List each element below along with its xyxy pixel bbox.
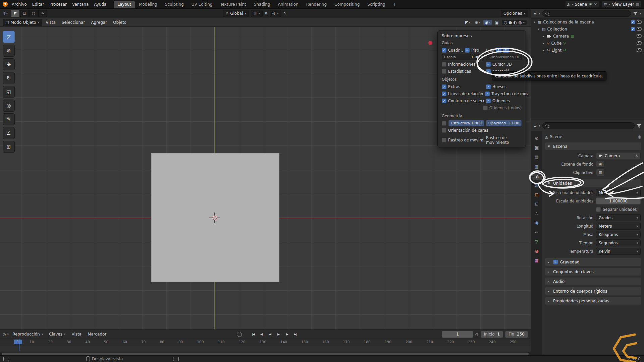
- scale-tool[interactable]: ◱: [3, 86, 15, 98]
- constraints-icon[interactable]: ∾: [531, 228, 542, 236]
- move-tool[interactable]: ↔↕: [3, 58, 15, 70]
- tab-sculpting[interactable]: Sculpting: [161, 1, 187, 8]
- origins-all-checkbox[interactable]: Orígenes (todos): [483, 106, 522, 110]
- extras-checkbox[interactable]: Extras: [442, 84, 460, 89]
- viewport-canvas[interactable]: ◸ ⊕ ↔↕ ↻ ◱ ◎ ✎ ∠ ⊞ Sobreimpresos Guías C…: [0, 27, 531, 329]
- menu-vista[interactable]: Vista: [43, 19, 58, 25]
- menu-reproduccion[interactable]: Reproducción▾: [10, 331, 45, 337]
- tab-compositing[interactable]: Compositing: [331, 1, 363, 8]
- play-button[interactable]: ▶: [275, 331, 282, 337]
- text-info-checkbox[interactable]: Informaciones: [442, 62, 475, 67]
- bones-checkbox[interactable]: Huesos: [486, 84, 506, 89]
- tool-icon[interactable]: ⊛: [531, 134, 542, 142]
- opacity-slider[interactable]: Opacidad 1.000: [486, 120, 522, 126]
- eye-icon[interactable]: [637, 48, 642, 52]
- selection-outline-checkbox[interactable]: Contorno de selecc...: [442, 99, 489, 103]
- axis-z-toggle[interactable]: Z: [511, 48, 516, 53]
- play-reverse-button[interactable]: ◀: [266, 331, 274, 337]
- snap-target-dropdown[interactable]: ⊞ ▾: [251, 10, 263, 17]
- tab-uv-editing[interactable]: UV Editing: [188, 1, 216, 8]
- search-input[interactable]: [551, 123, 632, 128]
- background-scene-button[interactable]: ▣: [596, 161, 605, 168]
- editor-type-icon[interactable]: ◫: [3, 11, 6, 15]
- motion-paths-checkbox[interactable]: Trayectoria de mov...: [485, 92, 531, 96]
- temperature-unit-dropdown[interactable]: Kelvin▾: [596, 248, 641, 255]
- select-box-button[interactable]: ◻: [20, 10, 29, 17]
- gizmos-dropdown[interactable]: ⊕▾: [474, 20, 482, 25]
- frame-start-field[interactable]: Inicio 1: [481, 331, 503, 338]
- proportional-editing-dropdown[interactable]: ◎ ▾: [270, 10, 281, 17]
- panel-audio[interactable]: ▸ Audio: [545, 278, 641, 285]
- material-icon[interactable]: ◕: [531, 246, 542, 255]
- active-clip-button[interactable]: ▥: [596, 169, 605, 176]
- view-layer-selector[interactable]: ▤ ▾ View Layer ▥: [602, 1, 641, 8]
- prev-keyframe-button[interactable]: ◀|: [258, 331, 265, 337]
- menu-editar[interactable]: Editar: [30, 1, 47, 7]
- menu-marcador[interactable]: Marcador: [85, 331, 109, 337]
- add-cube-tool[interactable]: ⊞: [3, 141, 15, 153]
- time-unit-dropdown[interactable]: Segundos▾: [596, 239, 641, 246]
- wireframe-slider[interactable]: Estructura 1.000: [448, 120, 484, 126]
- grid-checkbox[interactable]: Cuadr...: [442, 48, 463, 53]
- eye-icon[interactable]: [637, 41, 642, 45]
- filter-icon[interactable]: [637, 124, 641, 128]
- select-tweak-button[interactable]: ◤: [11, 10, 20, 17]
- mode-selector[interactable]: □ Modo Objeto ▾: [3, 19, 42, 26]
- panel-propiedades-personalizadas[interactable]: ▸ Propiedades personalizadas: [545, 297, 641, 305]
- properties-search[interactable]: [542, 122, 635, 129]
- select-circle-button[interactable]: ○: [29, 10, 38, 17]
- timeline-editor-icon[interactable]: ◷: [3, 332, 6, 337]
- blender-logo-icon[interactable]: [3, 2, 8, 7]
- disclosure-icon[interactable]: ▸: [542, 42, 545, 45]
- menu-agregar[interactable]: Agregar: [89, 19, 109, 25]
- disclosure-icon[interactable]: ▾: [537, 27, 540, 31]
- search-input[interactable]: [551, 11, 628, 16]
- outliner-row-camera[interactable]: ▸ Camera ▥: [531, 33, 644, 40]
- layers-icon[interactable]: ▥: [636, 2, 639, 6]
- tab-scripting[interactable]: Scripting: [364, 1, 389, 8]
- particles-icon[interactable]: ∴: [531, 209, 542, 218]
- timeline-track-area[interactable]: [0, 346, 531, 352]
- grid-scale-field[interactable]: Escala 1.000: [442, 54, 484, 60]
- panel-cuerpos-rigidos[interactable]: ▸ Entorno de cuerpos rígidos: [545, 287, 641, 295]
- wireframe-shading-icon[interactable]: ○: [504, 20, 507, 25]
- length-unit-dropdown[interactable]: Meters▾: [596, 223, 641, 230]
- transform-tool[interactable]: ◎: [3, 100, 15, 112]
- clear-icon[interactable]: ×: [635, 154, 638, 158]
- pin-icon[interactable]: ◉: [638, 134, 641, 139]
- orientation-dropdown[interactable]: ⊕ Global ▾: [223, 10, 249, 17]
- material-shading-icon[interactable]: ◐: [514, 20, 517, 25]
- origins-checkbox[interactable]: Orígenes: [486, 99, 510, 103]
- tab-animation[interactable]: Animation: [274, 1, 302, 8]
- scene-icon[interactable]: ◭: [532, 171, 542, 180]
- disclosure-icon[interactable]: ▸: [542, 35, 545, 38]
- gravity-checkbox[interactable]: [553, 260, 558, 264]
- cursor-tool[interactable]: ⊕: [3, 45, 15, 57]
- timeline-ruler[interactable]: 1020304050607080901001101201301401501601…: [0, 339, 531, 346]
- motion-tracking-checkbox[interactable]: Rastreo de movimi...: [442, 138, 488, 142]
- menu-archivo[interactable]: Archivo: [9, 1, 30, 7]
- outliner-editor-icon[interactable]: ≡: [534, 11, 537, 16]
- tab-modeling[interactable]: Modeling: [135, 1, 161, 8]
- object-icon[interactable]: ◻: [531, 190, 542, 199]
- outliner-row-light[interactable]: ▸ ⊙ Light ⊙: [531, 47, 644, 54]
- statistics-checkbox[interactable]: Estadísticas: [442, 69, 471, 74]
- options-dropdown[interactable]: Opciones ▾: [501, 10, 528, 17]
- separate-units-checkbox[interactable]: Separar unidades: [596, 207, 641, 212]
- menu-ventana[interactable]: Ventana: [69, 1, 91, 7]
- panel-conjuntos-de-claves[interactable]: ▸ Conjuntos de claves: [545, 268, 641, 276]
- jump-to-end-button[interactable]: ▶|: [291, 331, 299, 337]
- frame-end-field[interactable]: Fin 250: [505, 331, 528, 338]
- panel-gravedad[interactable]: ▸ Gravedad: [545, 258, 641, 266]
- rotation-unit-dropdown[interactable]: Grados▾: [596, 214, 641, 221]
- face-orientation-checkbox[interactable]: Orientación de caras: [442, 128, 488, 133]
- axis-x-toggle[interactable]: X: [496, 48, 501, 53]
- tab-texture-paint[interactable]: Texture Paint: [216, 1, 250, 8]
- overlays-dropdown[interactable]: ◉▾: [483, 20, 492, 25]
- unit-scale-field[interactable]: 1.000000: [596, 197, 641, 204]
- modifiers-icon[interactable]: ⊡: [531, 199, 542, 208]
- xray-toggle[interactable]: ▣: [493, 20, 500, 25]
- outliner-search[interactable]: [542, 10, 631, 17]
- tab-layout[interactable]: Layout: [114, 1, 135, 8]
- world-icon[interactable]: ◍: [531, 181, 542, 189]
